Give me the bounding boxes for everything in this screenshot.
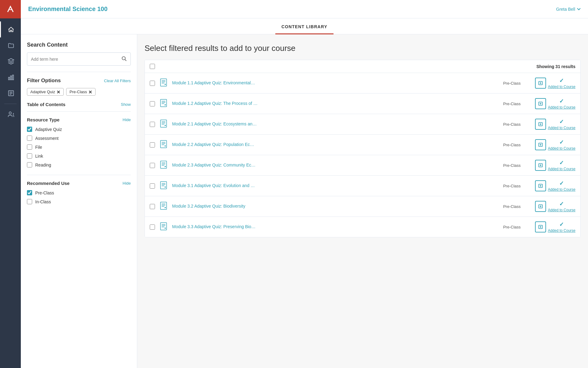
row-checkbox-5[interactable] — [150, 183, 155, 189]
add-to-course-btn-5[interactable] — [535, 180, 546, 191]
row-checkbox-4[interactable] — [150, 163, 155, 168]
toc-toggle[interactable]: Show — [121, 102, 131, 107]
add-to-course-btn-2[interactable] — [535, 119, 546, 130]
added-text-3[interactable]: Added to Course — [548, 146, 575, 151]
add-to-course-btn-4[interactable] — [535, 160, 546, 171]
checkbox-file[interactable]: File — [27, 144, 131, 150]
svg-line-9 — [125, 59, 126, 61]
checkbox-assessment[interactable]: Assessment — [27, 136, 131, 141]
checkbox-link-input[interactable] — [27, 153, 32, 159]
checkbox-pre-class-input[interactable] — [27, 190, 32, 195]
add-to-course-btn-6[interactable] — [535, 201, 546, 212]
divider — [27, 175, 131, 175]
checkbox-reading[interactable]: Reading — [27, 162, 131, 167]
added-status-1: ✓ Added to Course — [548, 98, 575, 109]
added-text-5[interactable]: Added to Course — [548, 187, 575, 192]
filter-tag-label: Adaptive Quiz — [30, 90, 55, 94]
added-text-6[interactable]: Added to Course — [548, 208, 575, 212]
checkbox-file-input[interactable] — [27, 144, 32, 150]
app-logo[interactable] — [0, 0, 21, 18]
check-icon-2: ✓ — [559, 118, 564, 125]
sidebar-item-home[interactable] — [0, 21, 21, 37]
sidebar-item-folder[interactable] — [0, 37, 21, 53]
tab-content-library[interactable]: CONTENT LIBRARY — [275, 24, 334, 34]
added-text-1[interactable]: Added to Course — [548, 105, 575, 109]
filter-title: Filter Options — [27, 78, 61, 84]
sidebar-item-analytics[interactable] — [0, 69, 21, 85]
top-header: Environmental Science 100 Greta Bell — [21, 0, 588, 18]
check-icon-5: ✓ — [559, 180, 564, 187]
user-dropdown[interactable]: Greta Bell — [556, 7, 581, 12]
add-to-course-btn-1[interactable] — [535, 98, 546, 109]
results-table: Showing 31 results Module 1. — [145, 60, 581, 237]
row-title-1[interactable]: Module 1.2 Adaptive Quiz: The Process of… — [172, 101, 499, 107]
row-type-0: Pre-Class — [503, 81, 531, 86]
table-header: Showing 31 results — [145, 60, 580, 73]
added-text-4[interactable]: Added to Course — [548, 167, 575, 171]
table-row: Module 2.2 Adaptive Quiz: Population Ec…… — [145, 135, 580, 155]
search-input[interactable] — [27, 54, 118, 65]
row-title-5[interactable]: Module 3.1 Adaptive Quiz: Evolution and … — [172, 183, 499, 189]
row-title-0[interactable]: Module 1.1 Adaptive Quiz: Environmental… — [172, 80, 499, 86]
svg-rect-28 — [160, 120, 167, 127]
filter-tag-adaptive-quiz[interactable]: Adaptive Quiz — [27, 88, 64, 96]
filter-tag-pre-class[interactable]: Pre-Class — [66, 88, 96, 96]
row-checkbox-0[interactable] — [150, 81, 155, 86]
checkbox-label: File — [35, 145, 42, 150]
search-button[interactable] — [118, 53, 130, 65]
check-icon-3: ✓ — [559, 139, 564, 146]
table-row: Module 2.3 Adaptive Quiz: Community Ec… … — [145, 155, 580, 176]
add-to-course-btn-0[interactable] — [535, 78, 546, 89]
select-all-checkbox[interactable] — [150, 64, 155, 69]
row-checkbox-1[interactable] — [150, 101, 155, 106]
added-status-3: ✓ Added to Course — [548, 139, 575, 151]
checkbox-pre-class[interactable]: Pre-Class — [27, 190, 131, 195]
content-icon-5 — [159, 181, 168, 191]
row-checkbox-7[interactable] — [150, 224, 155, 230]
toc-title: Table of Contents — [27, 102, 66, 107]
checkbox-assessment-input[interactable] — [27, 136, 32, 141]
added-text-0[interactable]: Added to Course — [548, 85, 575, 89]
content-icon-1 — [159, 99, 168, 109]
added-text-7[interactable]: Added to Course — [548, 228, 575, 233]
added-status-0: ✓ Added to Course — [548, 77, 575, 89]
row-title-2[interactable]: Module 2.1 Adaptive Quiz: Ecosystems an… — [172, 121, 499, 127]
content-icon-6 — [159, 201, 168, 211]
recommended-use-title: Recommended Use — [27, 181, 70, 186]
search-box — [27, 52, 131, 66]
row-checkbox-3[interactable] — [150, 142, 155, 148]
table-row: Module 1.1 Adaptive Quiz: Environmental…… — [145, 73, 580, 94]
checkbox-reading-input[interactable] — [27, 162, 32, 167]
row-actions-7: ✓ Added to Course — [535, 221, 575, 233]
add-to-course-btn-7[interactable] — [535, 221, 546, 232]
svg-rect-63 — [160, 223, 167, 230]
row-checkbox-2[interactable] — [150, 122, 155, 127]
clear-filters-link[interactable]: Clear All Filters — [104, 79, 131, 83]
sidebar-item-content[interactable] — [0, 85, 21, 101]
remove-tag-icon — [57, 90, 60, 94]
row-title-7[interactable]: Module 3.3 Adaptive Quiz: Preserving Bio… — [172, 224, 499, 230]
add-to-course-btn-3[interactable] — [535, 139, 546, 150]
resource-type-section-header: Resource Type Hide — [27, 117, 131, 122]
table-row: Module 3.1 Adaptive Quiz: Evolution and … — [145, 176, 580, 196]
svg-rect-49 — [160, 182, 167, 189]
row-title-3[interactable]: Module 2.2 Adaptive Quiz: Population Ec… — [172, 142, 499, 148]
added-status-2: ✓ Added to Course — [548, 118, 575, 130]
svg-rect-1 — [10, 76, 12, 80]
row-checkbox-6[interactable] — [150, 204, 155, 209]
svg-rect-0 — [8, 77, 9, 80]
added-text-2[interactable]: Added to Course — [548, 126, 575, 130]
checkbox-in-class-input[interactable] — [27, 199, 32, 204]
sidebar-item-layers[interactable] — [0, 53, 21, 69]
checkbox-link[interactable]: Link — [27, 153, 131, 159]
recommended-use-toggle[interactable]: Hide — [123, 181, 131, 186]
checkbox-adaptive-quiz-input[interactable] — [27, 127, 32, 132]
sidebar-item-users[interactable] — [0, 106, 21, 122]
row-title-4[interactable]: Module 2.3 Adaptive Quiz: Community Ec… — [172, 162, 499, 168]
row-title-6[interactable]: Module 3.2 Adaptive Quiz: Biodiversity — [172, 203, 499, 209]
resource-type-toggle[interactable]: Hide — [123, 117, 131, 122]
checkbox-adaptive-quiz[interactable]: Adaptive Quiz — [27, 127, 131, 132]
checkbox-in-class[interactable]: In-Class — [27, 199, 131, 204]
table-row: Module 1.2 Adaptive Quiz: The Process of… — [145, 94, 580, 114]
checkbox-label: In-Class — [35, 199, 51, 204]
